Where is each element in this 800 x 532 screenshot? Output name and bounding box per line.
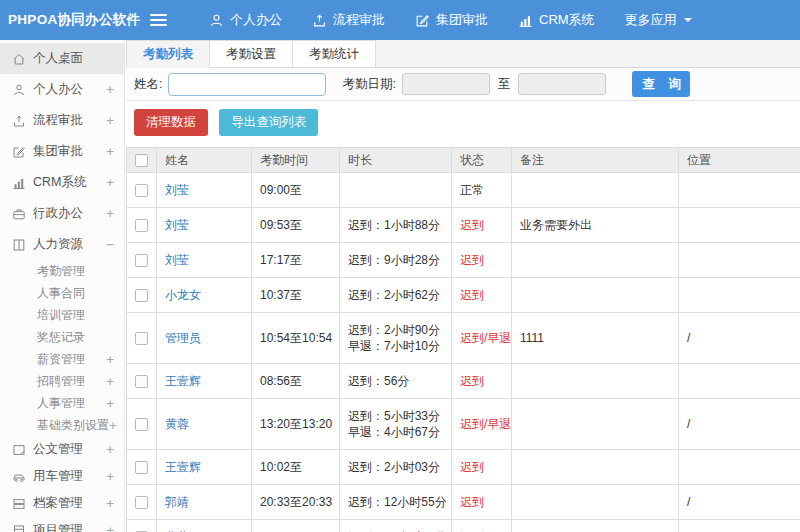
sidebar-item[interactable]: 流程审批+ <box>0 105 124 136</box>
sidebar-item[interactable]: 档案管理+ <box>0 490 124 517</box>
note-cell <box>512 278 679 313</box>
location-cell: / <box>679 485 800 520</box>
row-checkbox-cell <box>127 364 157 399</box>
export-list-button[interactable]: 导出查询列表 <box>219 109 318 136</box>
attendance-name-link[interactable]: 小龙女 <box>165 288 201 302</box>
sidebar-subitem[interactable]: 人事合同 <box>0 282 124 304</box>
top-bar: PHPOA协同办公软件 个人办公流程审批集团审批CRM系统更多应用 <box>0 0 800 40</box>
location-cell: / <box>679 399 800 450</box>
name-filter-label: 姓名: <box>134 76 162 93</box>
name-filter-input[interactable] <box>168 73 326 96</box>
sidebar-item[interactable]: 个人桌面 <box>0 43 124 74</box>
sidebar-item-label: 奖惩记录 <box>37 329 85 346</box>
table-header-row: 姓名考勤时间时长状态备注位置 <box>127 148 800 173</box>
time-cell: 09:00至 <box>252 173 340 208</box>
sidebar-subitem[interactable]: 考勤管理 <box>0 260 124 282</box>
expand-plus-icon: + <box>106 113 114 128</box>
table-row: 黄蓉20:32至20:32迟到：12小时53分迟到/ <box>127 520 800 532</box>
sidebar-subitem[interactable]: 奖惩记录 <box>0 326 124 348</box>
name-cell: 刘莹 <box>157 208 252 243</box>
row-checkbox[interactable] <box>135 332 148 345</box>
date-from-input[interactable] <box>402 73 490 95</box>
header-checkbox-cell <box>127 148 157 173</box>
table-row: 刘莹09:00至正常 <box>127 173 800 208</box>
attendance-name-link[interactable]: 王壹辉 <box>165 460 201 474</box>
attendance-name-link[interactable]: 刘莹 <box>165 218 189 232</box>
nav-item[interactable]: 集团审批 <box>415 11 488 29</box>
sidebar-item[interactable]: 项目管理+ <box>0 517 124 532</box>
note-cell: 1111 <box>512 313 679 364</box>
attendance-name-link[interactable]: 黄蓉 <box>165 417 189 431</box>
tab-item[interactable]: 考勤统计 <box>292 40 376 67</box>
sidebar-subitem[interactable]: 人事管理+ <box>0 392 124 414</box>
expand-plus-icon: + <box>106 496 114 511</box>
sidebar-item[interactable]: 公文管理+ <box>0 436 124 463</box>
main-content: 考勤列表考勤设置考勤统计 姓名: 考勤日期: 至 查 询 清理数据 导出查询列表… <box>126 40 800 532</box>
attendance-name-link[interactable]: 王壹辉 <box>165 374 201 388</box>
status-badge: 迟到 <box>460 218 484 232</box>
row-checkbox[interactable] <box>135 219 148 232</box>
search-button[interactable]: 查 询 <box>632 71 690 97</box>
sidebar-item-label: 人事合同 <box>37 285 85 302</box>
nav-item[interactable]: 流程审批 <box>312 11 385 29</box>
name-cell: 刘莹 <box>157 243 252 278</box>
table-row: 郭靖20:33至20:33迟到：12小时55分迟到/ <box>127 485 800 520</box>
attendance-name-link[interactable]: 郭靖 <box>165 495 189 509</box>
sidebar-item-label: 公文管理 <box>33 441 83 458</box>
sidebar-item[interactable]: 个人办公+ <box>0 74 124 105</box>
book-icon <box>12 238 26 252</box>
nav-item[interactable]: 更多应用 <box>625 11 692 29</box>
row-checkbox[interactable] <box>135 496 148 509</box>
status-cell: 迟到 <box>452 364 512 399</box>
sidebar-item[interactable]: 集团审批+ <box>0 136 124 167</box>
note-cell: 业务需要外出 <box>512 208 679 243</box>
sidebar-item-label: 用车管理 <box>33 468 83 485</box>
attendance-name-link[interactable]: 管理员 <box>165 331 201 345</box>
duration-line: 迟到：9小时28分 <box>348 252 448 268</box>
name-cell: 黄蓉 <box>157 520 252 532</box>
sidebar-subitem[interactable]: 招聘管理+ <box>0 370 124 392</box>
caret-down-icon <box>684 18 692 26</box>
sidebar-item[interactable]: 行政办公+ <box>0 198 124 229</box>
sidebar-item[interactable]: 人力资源− <box>0 229 124 260</box>
status-badge: 迟到 <box>460 253 484 267</box>
time-cell: 10:54至10:54 <box>252 313 340 364</box>
status-cell: 迟到/早退 <box>452 313 512 364</box>
sidebar-item[interactable]: 用车管理+ <box>0 463 124 490</box>
location-cell <box>679 173 800 208</box>
clean-data-button[interactable]: 清理数据 <box>134 109 208 136</box>
tab-active[interactable]: 考勤列表 <box>126 40 210 68</box>
attendance-table: 姓名考勤时间时长状态备注位置 刘莹09:00至正常刘莹09:53至迟到：1小时8… <box>126 147 800 532</box>
row-checkbox[interactable] <box>135 254 148 267</box>
row-checkbox[interactable] <box>135 184 148 197</box>
duration-line: 迟到：12小时55分 <box>348 494 448 510</box>
row-checkbox[interactable] <box>135 289 148 302</box>
attendance-name-link[interactable]: 刘莹 <box>165 183 189 197</box>
status-cell: 迟到 <box>452 208 512 243</box>
collapse-minus-icon: − <box>106 237 114 252</box>
hamburger-menu-icon[interactable] <box>150 14 167 26</box>
sidebar-subitem[interactable]: 基础类别设置+ <box>0 414 124 436</box>
sidebar-subitem[interactable]: 薪资管理+ <box>0 348 124 370</box>
sidebar-subitem[interactable]: 培训管理 <box>0 304 124 326</box>
chart-icon <box>12 176 26 190</box>
row-checkbox[interactable] <box>135 461 148 474</box>
expand-plus-icon: + <box>106 352 114 367</box>
date-to-input[interactable] <box>518 73 606 95</box>
row-checkbox[interactable] <box>135 375 148 388</box>
tab-item[interactable]: 考勤设置 <box>209 40 293 67</box>
row-checkbox[interactable] <box>135 418 148 431</box>
attendance-name-link[interactable]: 刘莹 <box>165 253 189 267</box>
note-cell <box>512 450 679 485</box>
sidebar-item-label: 人力资源 <box>33 236 83 253</box>
duration-line: 迟到：5小时33分 <box>348 408 448 424</box>
note-cell <box>512 173 679 208</box>
nav-item[interactable]: 个人办公 <box>209 11 282 29</box>
time-cell: 20:33至20:33 <box>252 485 340 520</box>
select-all-checkbox[interactable] <box>135 154 148 167</box>
status-cell: 迟到 <box>452 520 512 532</box>
sidebar-item[interactable]: CRM系统+ <box>0 167 124 198</box>
nav-item[interactable]: CRM系统 <box>518 11 595 29</box>
time-cell: 08:56至 <box>252 364 340 399</box>
app-logo: PHPOA协同办公软件 <box>0 11 150 29</box>
